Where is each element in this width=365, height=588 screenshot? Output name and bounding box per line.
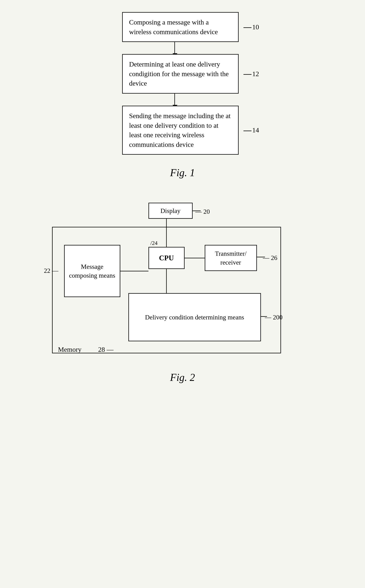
transceiver-label: Transmitter/receiver	[215, 249, 246, 267]
cpu-box: CPU	[148, 247, 185, 269]
ref-20: — 20	[196, 208, 210, 215]
delivery-condition-box: Delivery condition determining means	[128, 293, 261, 341]
flow-step-3: Sending the message including the at lea…	[122, 106, 259, 155]
display-box: Display	[148, 203, 193, 219]
delivery-condition-label: Delivery condition determining means	[145, 312, 244, 322]
fig2-label: Fig. 2	[170, 371, 195, 383]
line-display-cpu	[166, 219, 167, 247]
cpu-ref-label: /24	[150, 240, 158, 246]
cpu-label: CPU	[159, 254, 174, 262]
transceiver-box: Transmitter/receiver	[205, 245, 257, 271]
figure-2: Memory 28 — 22 — Message composing means…	[16, 203, 349, 383]
memory-label: Memory	[58, 346, 82, 353]
line-cpu-delivery	[166, 269, 167, 293]
figure-1: Composing a message with a wireless comm…	[16, 12, 349, 179]
step-2-box: Determining at least one delivery condig…	[122, 54, 239, 94]
display-label: Display	[161, 207, 181, 215]
step-3-ref: 14	[244, 126, 259, 134]
flow-step-2: Determining at least one delivery condig…	[122, 54, 259, 94]
step-1-ref: 10	[244, 23, 259, 31]
step-3-box: Sending the message including the at lea…	[122, 106, 239, 155]
memory-ref: 28 —	[98, 346, 114, 353]
flow-diagram: Composing a message with a wireless comm…	[122, 12, 259, 155]
line-msg-cpu	[120, 271, 148, 271]
message-composing-label: Message composing means	[68, 262, 117, 280]
step-3-text: Sending the message including the at lea…	[129, 112, 231, 148]
flow-step-1: Composing a message with a wireless comm…	[122, 12, 259, 42]
line-cpu-transceiver	[185, 258, 205, 258]
fig1-label: Fig. 1	[170, 167, 195, 179]
ref-26: — 26	[263, 254, 277, 262]
arrow-2-3	[174, 94, 175, 106]
step-2-text: Determining at least one delivery condig…	[129, 61, 229, 87]
arrow-1-2	[174, 42, 175, 54]
step-1-box: Composing a message with a wireless comm…	[122, 12, 239, 42]
message-composing-box: Message composing means	[64, 245, 120, 297]
ref-200: — 200	[265, 314, 283, 321]
step-1-text: Composing a message with a wireless comm…	[129, 19, 218, 35]
fig2-diagram: Memory 28 — 22 — Message composing means…	[52, 203, 313, 359]
step-2-ref: 12	[244, 70, 259, 78]
ref-22: 22 —	[44, 267, 58, 274]
